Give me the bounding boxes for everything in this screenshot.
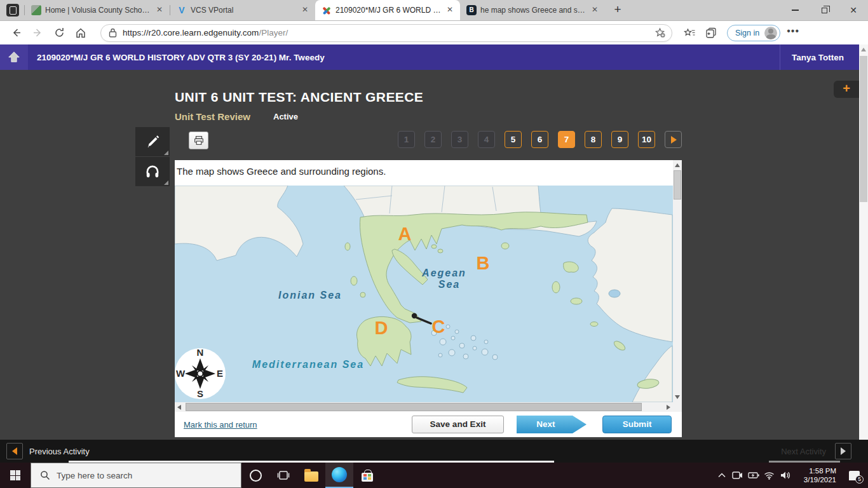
- forward-button[interactable]: [27, 24, 48, 43]
- vertical-scroll-thumb[interactable]: [674, 170, 681, 200]
- scroll-down-icon[interactable]: [675, 395, 680, 399]
- tab-title: he map shows Greece and surro...: [480, 6, 586, 15]
- highlighter-tool-button[interactable]: [135, 127, 170, 156]
- map-marker-c: C: [432, 316, 445, 337]
- panel-horizontal-scrollbar[interactable]: [175, 402, 673, 412]
- restore-icon: [822, 8, 827, 13]
- back-button[interactable]: [5, 24, 27, 43]
- close-window-button[interactable]: ✕: [839, 0, 868, 20]
- minimize-icon: [792, 10, 799, 11]
- url-text: https://r20.core.learn.edgenuity.com/Pla…: [123, 28, 654, 37]
- user-menu[interactable]: Tanya Totten: [780, 44, 859, 70]
- question-button-8[interactable]: 8: [585, 131, 602, 148]
- url-domain: https://r20.core.learn.edgenuity.com: [123, 28, 259, 37]
- tab-vcs-vportal[interactable]: V VCS VPortal ✕: [170, 0, 315, 20]
- question-button-5[interactable]: 5: [505, 131, 522, 148]
- taskbar-clock[interactable]: 1:58 PM 3/19/2021: [797, 466, 836, 484]
- question-button-6[interactable]: 6: [531, 131, 548, 148]
- restore-button[interactable]: [810, 0, 839, 20]
- meet-now-button[interactable]: [729, 463, 745, 488]
- new-tab-button[interactable]: +: [609, 1, 627, 19]
- network-status-button[interactable]: [761, 463, 777, 488]
- ionian-sea-label: Ionian Sea: [278, 290, 342, 301]
- question-button-9[interactable]: 9: [611, 131, 628, 148]
- side-tools: [135, 127, 170, 187]
- tray-expand-button[interactable]: [714, 463, 729, 488]
- close-icon[interactable]: ✕: [154, 5, 165, 15]
- chevron-up-icon: [718, 473, 726, 478]
- next-activity-button[interactable]: [835, 443, 851, 459]
- notification-badge: 5: [855, 475, 864, 484]
- tab-brainly[interactable]: B he map shows Greece and surro... ✕: [460, 0, 605, 20]
- tab-actions-icon[interactable]: [6, 4, 19, 17]
- question-button-2: 2: [424, 131, 442, 148]
- scroll-right-icon[interactable]: [667, 405, 670, 410]
- add-side-tab-button[interactable]: +: [834, 81, 859, 98]
- next-question-arrow-button[interactable]: [665, 131, 682, 148]
- edgenuity-home-button[interactable]: [0, 44, 28, 70]
- windows-logo-icon: [10, 470, 20, 480]
- map-marker-a: A: [398, 224, 412, 244]
- audio-tool-button[interactable]: [135, 157, 170, 186]
- task-view-button[interactable]: [269, 463, 297, 488]
- page-scroll-up-icon[interactable]: [861, 48, 866, 51]
- clock-time: 1:58 PM: [797, 466, 836, 475]
- cortana-button[interactable]: [241, 463, 269, 488]
- close-icon[interactable]: ✕: [445, 5, 455, 15]
- greece-map-svg: A B C D Ionian Sea Aegean Sea Mediterran…: [175, 186, 673, 402]
- previous-activity-button[interactable]: [6, 443, 23, 459]
- favorites-button[interactable]: [679, 24, 700, 43]
- tab-edgenuity-active[interactable]: 2109020*M/J GR 6 WORLD HIST... ✕: [315, 0, 460, 20]
- page-scroll-thumb[interactable]: [860, 56, 867, 202]
- horizontal-scroll-thumb[interactable]: [186, 403, 642, 411]
- scroll-left-icon[interactable]: [177, 405, 181, 410]
- address-bar[interactable]: https://r20.core.learn.edgenuity.com/Pla…: [100, 24, 672, 42]
- submit-button[interactable]: Submit: [602, 416, 672, 433]
- edge-browser-button[interactable]: [325, 463, 353, 488]
- refresh-button[interactable]: [48, 24, 70, 43]
- close-icon[interactable]: ✕: [300, 5, 310, 15]
- question-button-7-current[interactable]: 7: [558, 131, 575, 148]
- home-button[interactable]: [70, 24, 92, 43]
- microsoft-store-button[interactable]: [353, 463, 381, 488]
- taskbar-search-box[interactable]: [31, 463, 241, 488]
- lemnos-island: [501, 243, 509, 249]
- arrow-right-icon: [841, 447, 846, 455]
- aegean-sea-label-line2: Sea: [438, 279, 460, 290]
- tab-title: Home | Volusia County Schools: [45, 6, 151, 15]
- forward-icon: [32, 27, 43, 38]
- add-favorite-icon[interactable]: [654, 27, 665, 38]
- collections-button[interactable]: [700, 24, 722, 43]
- user-name: Tanya Totten: [792, 53, 844, 62]
- next-button[interactable]: Next: [517, 416, 587, 433]
- settings-menu-button[interactable]: •••: [787, 25, 799, 37]
- volusia-favicon-icon: [31, 5, 41, 15]
- compass-n-label: N: [197, 347, 204, 358]
- print-button[interactable]: [189, 132, 208, 149]
- taskbar-search-input[interactable]: [57, 471, 228, 480]
- action-center-button[interactable]: 5: [841, 463, 867, 488]
- file-explorer-button[interactable]: [297, 463, 325, 488]
- start-button[interactable]: [0, 463, 31, 488]
- vportal-favicon-icon: V: [177, 5, 187, 15]
- compass-w-label: W: [176, 368, 186, 379]
- minimize-button[interactable]: [780, 0, 810, 20]
- battery-icon: [748, 471, 759, 479]
- map-marker-b: B: [477, 253, 490, 273]
- save-and-exit-button[interactable]: Save and Exit: [412, 416, 504, 433]
- next-activity-label: Next Activity: [781, 447, 826, 456]
- toolbar-right: Sign in •••: [679, 24, 806, 43]
- volume-button[interactable]: [777, 463, 793, 488]
- edge-icon: [332, 467, 347, 482]
- unit-test-review-label: Unit Test Review: [175, 111, 250, 122]
- scroll-up-icon[interactable]: [675, 163, 680, 167]
- battery-status-button[interactable]: [745, 463, 761, 488]
- panel-vertical-scrollbar[interactable]: [673, 160, 682, 402]
- mark-and-return-link[interactable]: Mark this and return: [184, 420, 257, 430]
- tab-volusia-home[interactable]: Home | Volusia County Schools ✕: [25, 0, 170, 20]
- question-button-1: 1: [398, 131, 415, 148]
- close-icon[interactable]: ✕: [590, 5, 600, 15]
- question-button-10[interactable]: 10: [638, 131, 655, 148]
- sign-in-button[interactable]: Sign in: [727, 25, 780, 41]
- page-scrollbar[interactable]: [859, 44, 868, 463]
